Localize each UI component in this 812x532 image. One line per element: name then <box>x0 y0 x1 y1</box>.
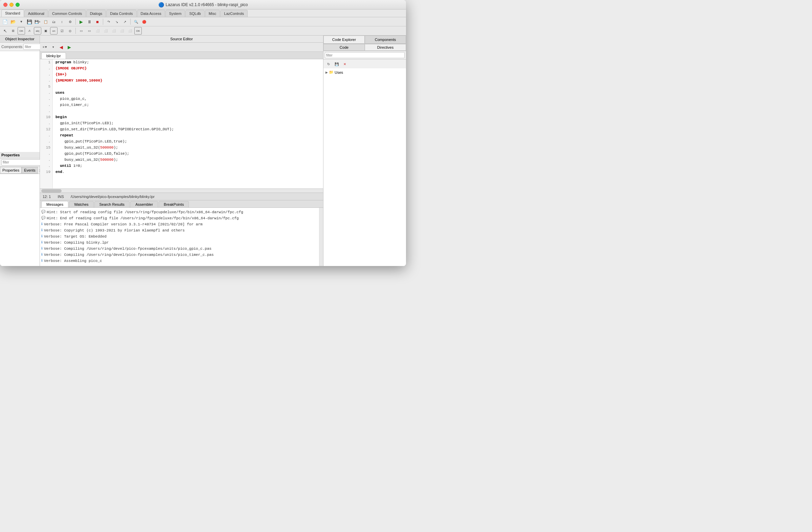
open-dropdown-button[interactable]: ▼ <box>18 18 25 25</box>
new-form-button[interactable]: 📋 <box>42 18 49 25</box>
properties-section-label: Properties <box>0 152 40 158</box>
tab-sqldb[interactable]: SQLdb <box>185 10 204 17</box>
tab-data-access[interactable]: Data Access <box>137 10 165 17</box>
tab-breakpoints[interactable]: BreakPoints <box>159 201 189 207</box>
tab-assembler[interactable]: Assembler <box>130 201 158 207</box>
right-close-btn[interactable]: ✕ <box>341 60 348 68</box>
open-button[interactable]: 📂 <box>10 18 17 25</box>
log-line: 💬Hint: End of reading config file /Users… <box>41 215 318 221</box>
rect2-comp[interactable]: ⬜ <box>102 27 109 34</box>
rect3-comp[interactable]: ⬜ <box>110 27 117 34</box>
open-form-button[interactable]: 🗂 <box>50 18 58 25</box>
components-filter-row: Components ✕ <box>0 43 40 51</box>
tab-code-explorer[interactable]: Code Explorer <box>323 35 365 44</box>
stop-button[interactable]: ■ <box>94 18 101 25</box>
step-into-button[interactable]: ↘ <box>113 18 120 25</box>
events-tab[interactable]: Events <box>21 167 38 174</box>
info-icon: ℹ <box>41 240 43 246</box>
minimize-button[interactable] <box>10 3 14 7</box>
right-save-btn[interactable]: 💾 <box>333 60 340 68</box>
source-editor-header: Source Editor <box>40 35 323 43</box>
components-list <box>0 51 40 152</box>
new-button[interactable]: 📄 <box>1 18 9 25</box>
edit-comp[interactable]: ab| <box>34 27 41 34</box>
bottom-scrollbar[interactable] <box>319 208 323 266</box>
source-editor-section: Source Editor ≡▼ ▾ ◀ ▶ blinky.lpr 1...5.… <box>40 35 323 200</box>
hint-icon: 💬 <box>41 209 45 215</box>
scrollbar-thumb[interactable] <box>41 189 61 192</box>
tab-components[interactable]: Components <box>365 35 406 44</box>
tab-search-results[interactable]: Search Results <box>95 201 130 207</box>
label-comp[interactable]: A <box>26 27 33 34</box>
tree-arrow: ▶ <box>325 71 328 74</box>
tab-messages[interactable]: Messages <box>41 201 68 207</box>
separator-1 <box>75 19 76 25</box>
select-tool[interactable]: ↖ <box>1 27 9 34</box>
right-top-tabs: Code Explorer Components <box>323 35 406 44</box>
right-filter-row <box>323 51 406 60</box>
save-all-button[interactable]: 💾+ <box>34 18 41 25</box>
checkbox-comp[interactable]: ☑ <box>58 27 66 34</box>
file-tab-bar: blinky.lpr <box>40 52 323 59</box>
groupbox-comp[interactable]: ▭ <box>86 27 93 34</box>
log-line: ℹVerbose: Copyright (c) 1993-2021 by Flo… <box>41 227 318 233</box>
run-button[interactable]: ▶ <box>77 18 85 25</box>
rect1-comp[interactable]: ⬜ <box>94 27 101 34</box>
right-sub-tabs: Code Directives <box>323 44 406 51</box>
toggle-form-button[interactable]: ↕ <box>58 18 66 25</box>
bottom-panel: Messages Watches Search Results Assemble… <box>40 200 323 266</box>
editor-toggle-btn[interactable]: ≡▼ <box>41 43 49 51</box>
tab-misc[interactable]: Misc <box>205 10 220 17</box>
tab-code[interactable]: Code <box>323 44 365 51</box>
tab-additional[interactable]: Additional <box>24 10 48 17</box>
properties-tab[interactable]: Properties <box>0 167 21 174</box>
frame-comp[interactable]: ▣ <box>42 27 49 34</box>
tab-common-controls[interactable]: Common Controls <box>48 10 86 17</box>
step-out-button[interactable]: ↗ <box>121 18 129 25</box>
tab-standard[interactable]: Standard <box>1 10 24 17</box>
ok-button-comp[interactable]: OK <box>18 27 25 34</box>
pause-button[interactable]: ⏸ <box>86 18 93 25</box>
code-area[interactable]: 1...5....10.12..15...19 program blinky;{… <box>40 59 323 188</box>
tab-dialogs[interactable]: Dialogs <box>86 10 106 17</box>
properties-content <box>0 174 40 266</box>
close-button[interactable] <box>3 3 8 7</box>
info-icon: ℹ <box>41 258 43 264</box>
window-title: 🔵 Lazarus IDE v2.1.0 r64665 - blinky-ras… <box>158 2 248 8</box>
tab-lazcontrols[interactable]: LazControls <box>220 10 248 17</box>
editor-back-btn[interactable]: ◀ <box>58 43 65 51</box>
right-refresh-btn[interactable]: ↻ <box>325 60 332 68</box>
rect5-comp[interactable]: ⬜ <box>126 27 134 34</box>
align-tool[interactable]: ⊞ <box>10 27 17 34</box>
horizontal-scrollbar[interactable] <box>40 188 323 192</box>
log-line: ℹVerbose: Compiling /Users/ring/devel/pi… <box>41 246 318 252</box>
editor-dropdown-btn[interactable]: ▾ <box>49 43 57 51</box>
code-content[interactable]: program blinky;{$MODE OBJFPC}{$H+}{$MEMO… <box>53 59 323 188</box>
panel-comp[interactable]: ▭ <box>77 27 85 34</box>
app-icon: 🔵 <box>158 2 164 8</box>
right-filter-input[interactable] <box>325 52 405 58</box>
tab-system[interactable]: System <box>165 10 185 17</box>
log-line: 💬Hint: Start of reading config file /Use… <box>41 209 318 215</box>
tab-data-controls[interactable]: Data Controls <box>106 10 136 17</box>
find-next-button[interactable]: 🔍 <box>132 18 140 25</box>
log-line: ℹVerbose: Compiling /Users/ring/devel/pi… <box>41 252 318 258</box>
file-tab-blinky[interactable]: blinky.lpr <box>41 53 66 59</box>
step-over-button[interactable]: ↷ <box>105 18 112 25</box>
main-wrapper: Object Inspector Components ✕ Properties… <box>0 35 406 266</box>
tree-item-uses[interactable]: ▶ 📁 Uses <box>325 70 405 75</box>
tab-directives[interactable]: Directives <box>365 44 406 51</box>
maximize-button[interactable] <box>16 3 20 7</box>
insert-mode: INS <box>58 195 63 199</box>
rect4-comp[interactable]: ⬜ <box>118 27 126 34</box>
toggle-comp[interactable]: on <box>50 27 58 34</box>
ok2-button-comp[interactable]: OK <box>134 27 142 34</box>
editor-forward-btn[interactable]: ▶ <box>66 43 73 51</box>
compile-unit-button[interactable]: ⚙ <box>66 18 74 25</box>
content-row: Object Inspector Components ✕ Properties… <box>0 35 406 266</box>
tab-watches[interactable]: Watches <box>69 201 93 207</box>
breakpoint-button[interactable]: 🔴 <box>141 18 148 25</box>
right-toolbar-row: ↻ 💾 ✕ <box>323 60 406 68</box>
save-button[interactable]: 💾 <box>26 18 33 25</box>
radio-comp[interactable]: ⊙ <box>66 27 74 34</box>
